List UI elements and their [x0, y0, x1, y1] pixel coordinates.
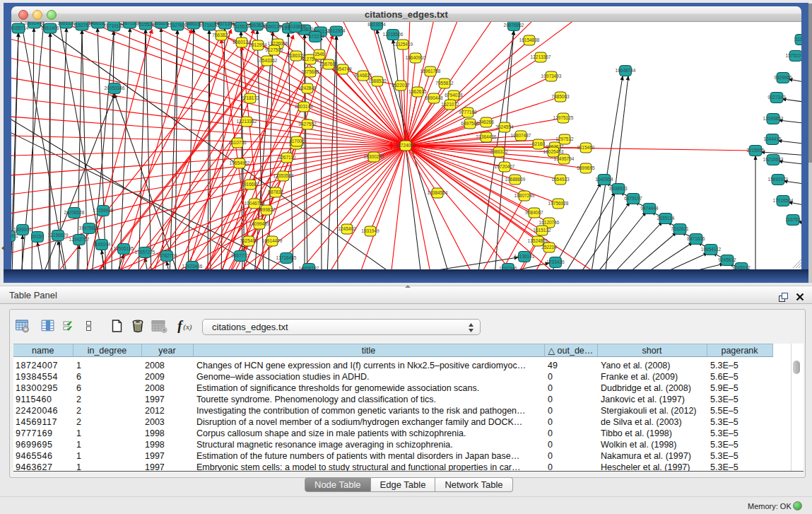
svg-text:3215955: 3215955	[746, 148, 765, 153]
svg-text:39975887: 39975887	[79, 226, 100, 230]
svg-text:1733426: 1733426	[546, 259, 565, 264]
svg-text:6879197: 6879197	[624, 196, 642, 201]
svg-text:16782759: 16782759	[157, 253, 177, 258]
svg-text:16914479: 16914479	[262, 238, 283, 243]
svg-text:1640954: 1640954	[595, 177, 613, 182]
svg-text:252214: 252214	[541, 245, 557, 250]
svg-text:8990448: 8990448	[425, 95, 443, 100]
svg-text:12505185: 12505185	[114, 246, 134, 251]
svg-text:8322037: 8322037	[392, 83, 410, 88]
svg-text:10025453: 10025453	[543, 149, 564, 154]
svg-text:19654952: 19654952	[230, 160, 250, 165]
svg-text:12353584: 12353584	[273, 173, 294, 178]
svg-text:17016504: 17016504	[773, 198, 794, 203]
svg-text:9457771: 9457771	[231, 253, 249, 258]
svg-text:2803144: 2803144	[295, 104, 313, 109]
svg-text:16961758: 16961758	[420, 69, 441, 74]
svg-text:20876862: 20876862	[504, 23, 524, 28]
svg-text:15720407: 15720407	[495, 164, 515, 169]
svg-text:1916682: 1916682	[241, 182, 259, 187]
svg-text:9242848: 9242848	[298, 86, 317, 90]
svg-text:8471626: 8471626	[687, 236, 705, 241]
svg-text:13495794: 13495794	[554, 156, 575, 161]
svg-text:13716485: 13716485	[276, 255, 297, 260]
svg-text:9329966: 9329966	[774, 75, 792, 80]
svg-text:1439001: 1439001	[13, 227, 32, 232]
svg-text:62160: 62160	[532, 141, 545, 146]
svg-text:16210643: 16210643	[763, 157, 784, 162]
svg-text:19756928: 19756928	[548, 201, 569, 206]
svg-text:12213367: 12213367	[531, 54, 551, 59]
svg-text:21364436: 21364436	[476, 134, 497, 139]
svg-text:10973493: 10973493	[541, 74, 562, 78]
svg-text:6794028: 6794028	[445, 93, 463, 98]
svg-text:7572274: 7572274	[306, 34, 324, 39]
svg-text:7485063: 7485063	[551, 94, 570, 99]
svg-text:2718172: 2718172	[241, 95, 259, 100]
svg-text:12975125: 12975125	[553, 115, 574, 120]
svg-text:19384554: 19384554	[428, 190, 448, 195]
svg-text:3546: 3546	[314, 52, 325, 57]
svg-text:3875685: 3875685	[301, 69, 319, 74]
svg-text:12923466: 12923466	[182, 264, 203, 269]
svg-text:10654112: 10654112	[701, 247, 722, 252]
svg-text:15692971: 15692971	[768, 177, 789, 182]
svg-text:1244415: 1244415	[763, 136, 782, 141]
svg-text:15751074: 15751074	[786, 53, 801, 58]
svg-text:7986322: 7986322	[490, 149, 508, 154]
svg-text:16120746: 16120746	[539, 220, 560, 225]
svg-text:10688609: 10688609	[505, 177, 526, 182]
svg-text:9084067: 9084067	[525, 210, 543, 215]
svg-text:12342757: 12342757	[69, 237, 90, 242]
svg-text:1245402: 1245402	[338, 226, 356, 231]
svg-text:3267110: 3267110	[278, 155, 296, 160]
svg-text:16648784: 16648784	[616, 68, 636, 73]
svg-text:9427552: 9427552	[298, 122, 317, 127]
svg-text:12218506: 12218506	[383, 32, 404, 37]
svg-text:39150: 39150	[31, 234, 44, 239]
svg-text:587832: 587832	[268, 189, 283, 194]
svg-text:18807249: 18807249	[514, 193, 535, 198]
svg-text:12156829: 12156829	[48, 233, 69, 238]
svg-text:7632621: 7632621	[671, 226, 689, 231]
svg-text:20053346: 20053346	[105, 86, 125, 90]
svg-text:9146821: 9146821	[354, 73, 372, 78]
svg-text:12213382: 12213382	[237, 119, 257, 124]
svg-text:9227343: 9227343	[767, 95, 786, 100]
svg-text:8660124: 8660124	[233, 40, 251, 45]
svg-text:7955812: 7955812	[435, 81, 454, 86]
svg-text:1588520: 1588520	[368, 78, 387, 83]
svg-text:16154838: 16154838	[519, 37, 540, 42]
svg-text:1499822: 1499822	[257, 207, 276, 212]
svg-text:3912954: 3912954	[327, 28, 346, 33]
svg-text:12093852: 12093852	[763, 116, 784, 121]
svg-text:9115460: 9115460	[577, 145, 595, 150]
svg-text:3624554: 3624554	[495, 124, 514, 129]
svg-text:1610756: 1610756	[228, 140, 247, 145]
svg-text:9474444: 9474444	[640, 206, 659, 211]
svg-text:746266: 746266	[478, 119, 494, 124]
svg-text:8961406: 8961406	[41, 25, 59, 30]
svg-text:9245612: 9245612	[718, 257, 736, 262]
svg-text:9127509: 9127509	[265, 47, 283, 52]
svg-text:10543362: 10543362	[257, 58, 278, 63]
svg-text:6899695: 6899695	[577, 165, 595, 170]
svg-text:7515524: 7515524	[232, 24, 250, 29]
svg-text:14099489: 14099489	[249, 221, 270, 226]
svg-text:1654923: 1654923	[551, 177, 570, 182]
svg-text:8813054: 8813054	[367, 22, 386, 27]
svg-text:116753: 116753	[785, 217, 801, 222]
svg-text:17857225: 17857225	[135, 250, 155, 255]
svg-text:18300295: 18300295	[364, 154, 384, 159]
svg-text:417006: 417006	[289, 139, 305, 144]
svg-text:20206528: 20206528	[64, 210, 85, 215]
svg-text:1145194: 1145194	[93, 242, 111, 247]
svg-text:18640910: 18640910	[406, 55, 426, 60]
svg-text:7663822: 7663822	[212, 33, 230, 37]
svg-text:7625402: 7625402	[240, 238, 258, 243]
svg-text:3912954: 3912954	[249, 42, 267, 47]
svg-text:1362615: 1362615	[408, 89, 427, 94]
svg-text:14055714: 14055714	[11, 25, 29, 30]
svg-text:16033809: 16033809	[286, 24, 306, 29]
svg-text:2367608: 2367608	[319, 62, 338, 66]
